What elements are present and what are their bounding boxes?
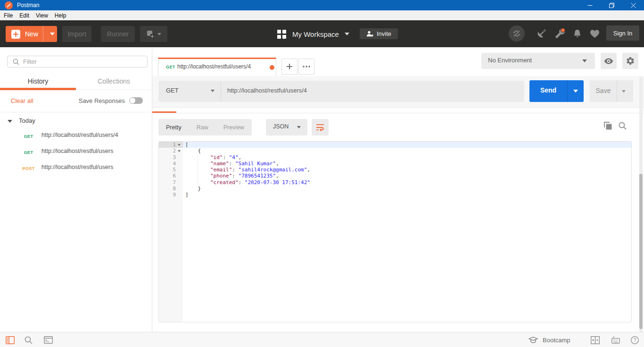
open-new-tab-button[interactable] <box>281 59 297 75</box>
satellite-icon <box>537 28 547 39</box>
new-window-icon <box>147 30 154 38</box>
titlebar: Postman <box>0 0 644 10</box>
new-dropdown-caret[interactable] <box>47 26 57 42</box>
method-select-value[interactable]: GET <box>166 87 179 94</box>
sidebar-panel-icon <box>6 336 15 344</box>
minimize-button[interactable] <box>579 0 601 10</box>
menubar: File Edit View Help <box>0 10 644 20</box>
request-tab-title: http://localhost/restful/users/4 <box>177 63 251 70</box>
help-icon: ? <box>631 336 639 344</box>
menu-help[interactable]: Help <box>51 10 70 20</box>
code-line: [ <box>183 142 631 148</box>
toggle-knob <box>130 98 135 103</box>
history-actions-row: Clear all Save Responses <box>0 90 152 112</box>
console-button[interactable] <box>44 332 53 347</box>
line-number: 8 <box>173 186 176 192</box>
copy-response-button[interactable] <box>604 122 612 130</box>
postman-logo-icon <box>5 1 13 9</box>
wrap-text-button[interactable] <box>312 119 329 135</box>
restore-button[interactable] <box>601 0 622 10</box>
send-button-label: Send <box>529 86 567 94</box>
url-input[interactable]: http://localhost/restful/users/4 <box>227 87 307 94</box>
tab-collections[interactable]: Collections <box>76 74 152 90</box>
line-number: 3 <box>173 154 176 161</box>
chevron-down-icon <box>345 33 349 35</box>
sync-disabled-icon <box>512 29 521 38</box>
code-line: "phone": "7896541235", <box>183 173 631 179</box>
window-title: Postman <box>17 2 39 8</box>
chevron-down-icon <box>8 120 12 123</box>
bootcamp-button[interactable]: Bootcamp <box>528 332 570 347</box>
fold-caret-icon[interactable] <box>178 144 181 146</box>
api-network-button[interactable] <box>536 25 547 42</box>
find-button[interactable] <box>25 332 33 347</box>
history-item-url: http://localhost/restful/users/4 <box>41 132 118 138</box>
runner-button-label: Runner <box>107 30 129 38</box>
code-line: } <box>183 186 631 192</box>
menu-view[interactable]: View <box>33 10 51 20</box>
settings-button[interactable] <box>622 53 638 69</box>
workspace-switcher[interactable]: My Workspace <box>277 26 349 42</box>
code-line: "email": "sahil4rock@gmail.com", <box>183 167 631 173</box>
graduation-cap-icon <box>528 337 538 343</box>
menu-file[interactable]: File <box>0 10 16 20</box>
new-window-button[interactable] <box>140 26 167 42</box>
view-raw[interactable]: Raw <box>189 124 216 131</box>
sign-in-button[interactable]: Sign In <box>606 25 639 41</box>
runner-button[interactable]: Runner <box>101 26 135 42</box>
sync-disabled-button[interactable] <box>509 25 525 42</box>
history-item[interactable]: GET http://localhost/restful/users <box>0 145 152 161</box>
search-response-button[interactable] <box>619 122 627 130</box>
scrollbar-thumb[interactable] <box>639 174 643 329</box>
save-responses-toggle[interactable] <box>129 97 143 104</box>
favorites-button[interactable] <box>589 25 600 42</box>
history-item-url: http://localhost/restful/users <box>41 148 113 154</box>
import-button[interactable]: Import <box>62 26 91 42</box>
chevron-down-icon <box>211 90 215 92</box>
bell-icon <box>573 29 582 38</box>
history-group-today[interactable]: Today <box>0 116 152 127</box>
request-builder: GET http://localhost/restful/users/4 Sen… <box>152 76 644 108</box>
code-line: { <box>183 148 631 154</box>
import-button-label: Import <box>67 30 86 38</box>
history-group-label: Today <box>19 117 35 124</box>
menu-edit[interactable]: Edit <box>16 10 33 20</box>
notifications-button[interactable] <box>571 25 583 42</box>
main-panel: GET http://localhost/restful/users/4 No … <box>152 47 644 332</box>
editor-gutter: 1 2 3 4 5 6 7 8 9 <box>159 142 183 322</box>
request-tab[interactable]: GET http://localhost/restful/users/4 <box>158 58 276 76</box>
two-pane-view-button[interactable] <box>591 332 600 347</box>
send-button[interactable]: Send <box>529 80 584 102</box>
clear-all-link[interactable]: Clear all <box>11 97 33 104</box>
history-item[interactable]: GET http://localhost/restful/users/4 <box>0 129 152 145</box>
view-preview[interactable]: Preview <box>216 124 252 131</box>
close-button[interactable] <box>622 0 644 10</box>
history-item[interactable]: POST http://localhost/restful/users <box>0 161 152 177</box>
chevron-down-icon <box>622 90 626 93</box>
tab-options-button[interactable] <box>298 59 314 75</box>
chevron-down-icon <box>297 126 301 128</box>
settings-update-button[interactable] <box>554 25 566 42</box>
response-view-switch: Pretty Raw Preview <box>158 119 252 135</box>
line-number: 9 <box>173 192 176 198</box>
response-body-editor[interactable]: 1 2 3 4 5 6 7 8 9 [ { "id": "4", "name":… <box>158 141 632 322</box>
environment-select[interactable]: No Environment <box>481 53 595 69</box>
save-button[interactable]: Save <box>590 80 633 102</box>
help-button[interactable]: ? <box>631 332 639 347</box>
workspace-label: My Workspace <box>292 30 339 38</box>
line-number: 6 <box>173 173 176 179</box>
unsaved-dot-icon <box>270 65 274 70</box>
new-button[interactable]: New <box>6 26 57 42</box>
filter-input[interactable]: Filter <box>7 56 148 68</box>
toggle-sidebar-button[interactable] <box>6 332 15 347</box>
view-pretty[interactable]: Pretty <box>158 124 189 131</box>
gear-icon <box>626 56 635 66</box>
response-format-select[interactable]: JSON <box>266 119 307 135</box>
filter-placeholder: Filter <box>23 58 37 65</box>
tab-history[interactable]: History <box>0 74 76 90</box>
invite-button[interactable]: Invite <box>360 28 398 39</box>
shortcuts-button[interactable] <box>611 332 620 347</box>
fold-caret-icon[interactable] <box>178 150 181 152</box>
bootcamp-label: Bootcamp <box>543 337 570 344</box>
environment-preview-button[interactable] <box>601 53 617 69</box>
